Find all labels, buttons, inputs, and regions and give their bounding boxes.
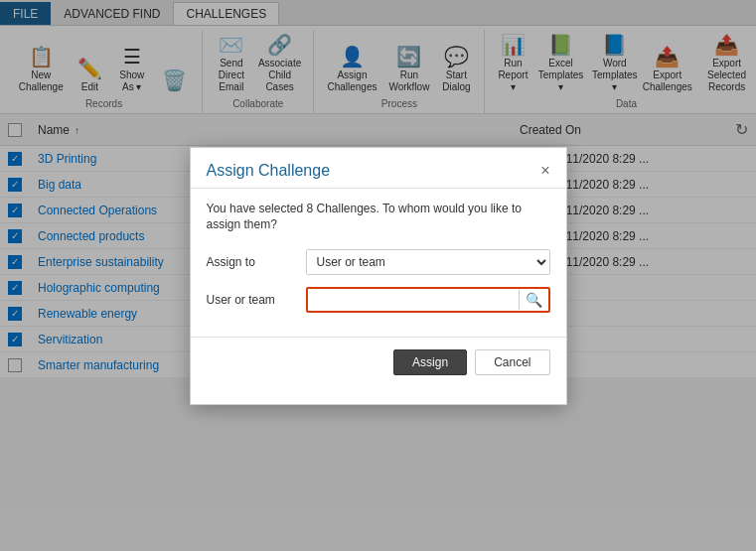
user-search-button[interactable]: 🔍 [519,290,548,310]
assign-to-control[interactable]: User or team [306,249,550,275]
assign-to-label: Assign to [207,255,306,269]
assign-button[interactable]: Assign [393,349,467,375]
modal-footer: Assign Cancel [191,337,566,387]
modal-title: Assign Challenge [207,162,331,180]
assign-challenge-modal: Assign Challenge × You have selected 8 C… [190,147,567,405]
user-or-team-label: User or team [207,293,306,307]
modal-close-button[interactable]: × [540,162,549,180]
assign-to-select[interactable]: User or team [306,249,550,275]
user-or-team-row: User or team 🔍 [207,287,550,313]
cancel-button[interactable]: Cancel [475,349,549,375]
user-or-team-input-wrap: 🔍 [306,287,550,313]
modal-body: You have selected 8 Challenges. To whom … [191,189,566,338]
user-or-team-control[interactable]: 🔍 [306,287,550,313]
modal-description: You have selected 8 Challenges. To whom … [207,201,550,234]
modal-header: Assign Challenge × [191,148,566,189]
assign-to-row: Assign to User or team [207,249,550,275]
modal-overlay: Assign Challenge × You have selected 8 C… [0,0,756,551]
user-or-team-input[interactable] [308,289,519,311]
search-icon: 🔍 [526,292,542,308]
